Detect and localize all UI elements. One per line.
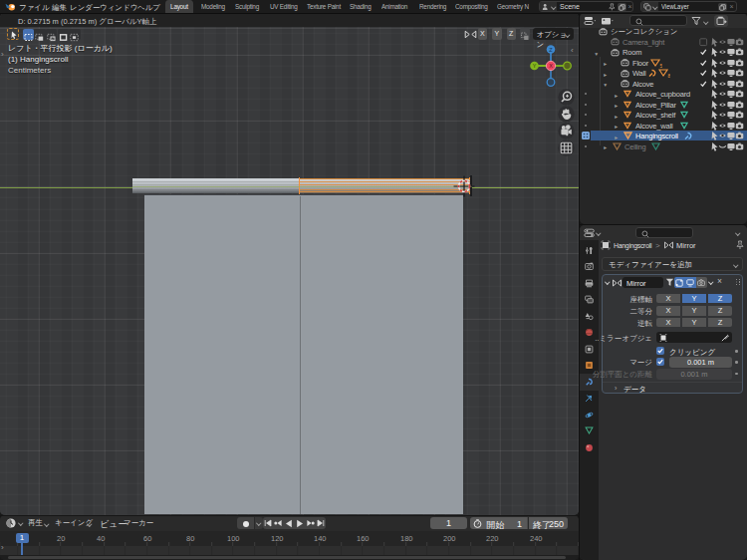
svg-text:8: 8 bbox=[668, 73, 671, 79]
svg-text:X: X bbox=[549, 64, 553, 70]
svg-text:Y: Y bbox=[532, 63, 536, 69]
svg-text:5: 5 bbox=[660, 62, 663, 68]
